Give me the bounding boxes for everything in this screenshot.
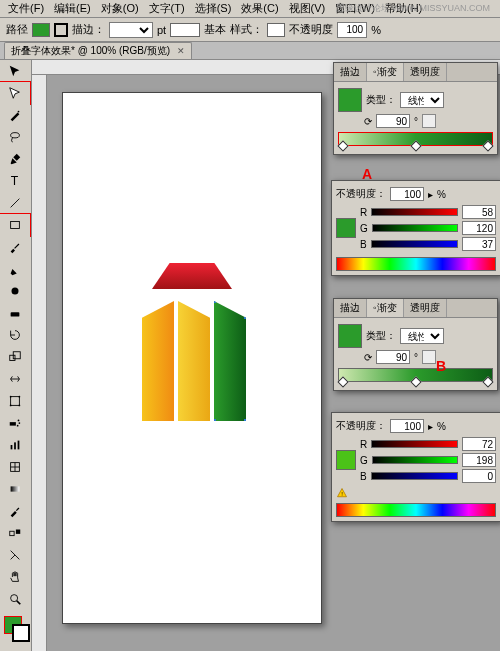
tool-palette: T <box>0 60 32 651</box>
g-input[interactable] <box>462 453 496 467</box>
column-graph-tool[interactable] <box>0 434 30 456</box>
color-swatch[interactable] <box>336 218 356 238</box>
shape-column-2[interactable] <box>178 301 210 421</box>
gradient-type-select[interactable]: 线性 <box>400 328 444 344</box>
fill-swatch[interactable] <box>32 23 50 37</box>
tab-transparency[interactable]: 透明度 <box>404 63 447 81</box>
symbol-sprayer-tool[interactable] <box>0 412 30 434</box>
gradient-ramp[interactable] <box>338 132 493 146</box>
gradient-stop[interactable] <box>411 376 422 387</box>
shape-roof[interactable] <box>152 263 232 289</box>
artboard[interactable] <box>62 92 322 624</box>
gradient-stop[interactable] <box>482 140 493 151</box>
menu-object[interactable]: 对象(O) <box>97 1 143 16</box>
r-slider[interactable] <box>371 440 458 448</box>
lasso-tool[interactable] <box>0 126 30 148</box>
g-slider[interactable] <box>372 456 458 464</box>
fill-stroke-indicator[interactable] <box>0 614 31 644</box>
type-tool[interactable]: T <box>0 170 30 192</box>
r-input[interactable] <box>462 437 496 451</box>
free-transform-tool[interactable] <box>0 390 30 412</box>
eraser-tool[interactable] <box>0 302 30 324</box>
line-tool[interactable] <box>0 192 30 214</box>
anchor-point-icon[interactable] <box>244 419 248 423</box>
opacity-arrow-icon[interactable]: ▸ <box>428 421 433 432</box>
svg-rect-9 <box>11 397 20 406</box>
aspect-ratio-icon[interactable] <box>422 350 436 364</box>
b-slider[interactable] <box>371 240 458 248</box>
tab-stroke[interactable]: 描边 <box>334 63 367 81</box>
b-input[interactable] <box>462 469 496 483</box>
tab-gradient[interactable]: ◦渐变 <box>367 299 404 317</box>
anchor-point-icon[interactable] <box>212 419 216 423</box>
gradient-preview-swatch[interactable] <box>338 324 362 348</box>
gradient-stop[interactable] <box>411 140 422 151</box>
gradient-type-select[interactable]: 线性 <box>400 92 444 108</box>
gradient-preview-swatch[interactable] <box>338 88 362 112</box>
stroke-label: 描边： <box>72 22 105 37</box>
opacity-input[interactable] <box>390 187 424 201</box>
blend-tool[interactable] <box>0 522 30 544</box>
shape-column-1[interactable] <box>142 301 174 421</box>
menu-view[interactable]: 视图(V) <box>285 1 330 16</box>
stroke-color-box[interactable] <box>12 624 30 642</box>
slice-tool[interactable] <box>0 544 30 566</box>
pencil-tool[interactable] <box>0 258 30 280</box>
style-swatch[interactable] <box>267 23 285 37</box>
direct-selection-tool[interactable] <box>0 82 30 104</box>
menu-edit[interactable]: 编辑(E) <box>50 1 95 16</box>
brush-select[interactable] <box>170 23 200 37</box>
spectrum-bar[interactable] <box>336 257 496 271</box>
gradient-stop[interactable] <box>337 140 348 151</box>
gradient-stop[interactable] <box>482 376 493 387</box>
anchor-point-icon[interactable] <box>244 315 248 319</box>
anchor-point-icon[interactable] <box>212 299 216 303</box>
b-input[interactable] <box>462 237 496 251</box>
rectangle-tool[interactable] <box>0 214 30 236</box>
gradient-angle-input[interactable] <box>376 350 410 364</box>
pen-tool[interactable] <box>0 148 30 170</box>
gradient-ramp[interactable] <box>338 368 493 382</box>
document-tab[interactable]: 折叠字体效果* @ 100% (RGB/预览) ✕ <box>4 42 192 59</box>
gradient-tool[interactable] <box>0 478 30 500</box>
width-tool[interactable] <box>0 368 30 390</box>
tab-transparency[interactable]: 透明度 <box>404 299 447 317</box>
close-tab-icon[interactable]: ✕ <box>177 46 185 56</box>
rotate-tool[interactable] <box>0 324 30 346</box>
stroke-swatch[interactable] <box>54 23 68 37</box>
opacity-input[interactable] <box>390 419 424 433</box>
scale-tool[interactable] <box>0 346 30 368</box>
r-input[interactable] <box>462 205 496 219</box>
selection-tool[interactable] <box>0 60 30 82</box>
b-slider[interactable] <box>371 472 458 480</box>
tab-gradient[interactable]: ◦渐变 <box>367 63 404 81</box>
mesh-tool[interactable] <box>0 456 30 478</box>
shape-column-3-selected[interactable] <box>214 301 246 421</box>
g-input[interactable] <box>462 221 496 235</box>
svg-point-13 <box>19 405 21 407</box>
opacity-input[interactable] <box>337 22 367 38</box>
menu-select[interactable]: 选择(S) <box>191 1 236 16</box>
menu-file[interactable]: 文件(F) <box>4 1 48 16</box>
gradient-angle-input[interactable] <box>376 114 410 128</box>
opacity-arrow-icon[interactable]: ▸ <box>428 189 433 200</box>
hand-tool[interactable] <box>0 566 30 588</box>
zoom-tool[interactable] <box>0 588 30 610</box>
b-label: B <box>360 471 367 482</box>
out-of-gamut-icon[interactable]: ! <box>336 487 348 499</box>
magic-wand-tool[interactable] <box>0 104 30 126</box>
stroke-weight-select[interactable] <box>109 22 153 38</box>
blob-brush-tool[interactable] <box>0 280 30 302</box>
menu-effect[interactable]: 效果(C) <box>237 1 282 16</box>
tab-stroke[interactable]: 描边 <box>334 299 367 317</box>
menu-type[interactable]: 文字(T) <box>145 1 189 16</box>
aspect-ratio-icon[interactable] <box>422 114 436 128</box>
paintbrush-tool[interactable] <box>0 236 30 258</box>
spectrum-bar[interactable] <box>336 503 496 517</box>
r-slider[interactable] <box>371 208 458 216</box>
g-slider[interactable] <box>372 224 458 232</box>
gradient-stop[interactable] <box>337 376 348 387</box>
angle-icon: ⟳ <box>364 116 372 127</box>
color-swatch[interactable] <box>336 450 356 470</box>
eyedropper-tool[interactable] <box>0 500 30 522</box>
